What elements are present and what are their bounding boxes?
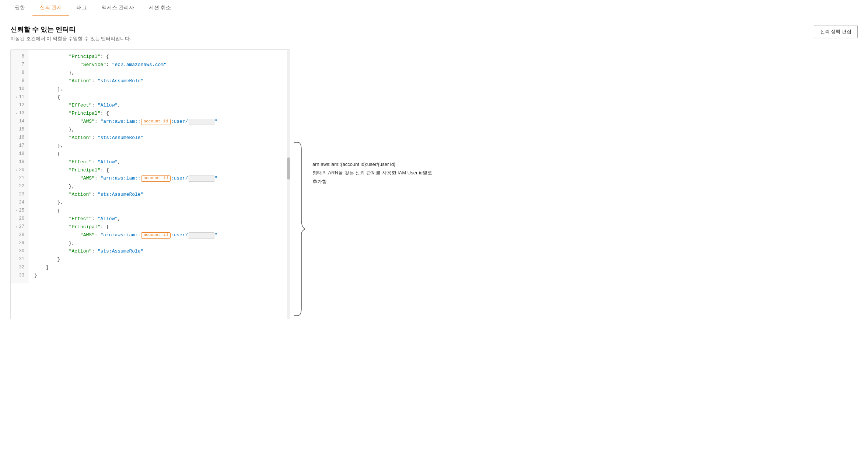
line-num-19: 19 [11, 158, 28, 166]
code-text: { [34, 94, 60, 101]
line-num-26: 26 [11, 215, 28, 223]
tab-access-manager[interactable]: 액세스 관리자 [94, 0, 141, 16]
annotation-line3: 추가함 [312, 177, 432, 186]
code-text [34, 53, 69, 61]
scrollbar-thumb[interactable] [287, 157, 290, 180]
code-text: "Principal" [69, 53, 101, 61]
code-text: "Allow" [98, 159, 118, 166]
section-header-left: 신뢰할 수 있는 엔터티 지정된 조건에서 이 역할을 수임할 수 있는 엔터티… [10, 25, 131, 42]
line-num-13: ▸13 [11, 109, 28, 118]
code-line-8: }, [28, 69, 290, 77]
line-num-8: 8 [11, 69, 28, 77]
tab-trust[interactable]: 신뢰 관계 [32, 0, 69, 16]
code-text [34, 167, 69, 174]
code-text: }, [34, 183, 74, 191]
code-text [34, 134, 69, 142]
annotation-line1: arn:aws:iam::{account id}:user/{user id} [312, 160, 432, 168]
code-text: : { [100, 167, 109, 174]
code-text [34, 223, 69, 231]
code-line-19: "Effect": "Allow", [28, 158, 290, 166]
edit-trust-policy-button[interactable]: 신뢰 정책 편집 [814, 25, 858, 38]
code-line-26: "Effect": "Allow", [28, 215, 290, 223]
code-line-21: "AWS": "arn:aws:iam::account id:user/" [28, 174, 290, 182]
code-text: "Action" [69, 191, 92, 199]
line-num-17: 17 [11, 142, 28, 150]
code-area: 6 7 8 9 10 ▸11 12 ▸13 14 15 16 17 18 19 … [11, 50, 290, 283]
code-text: "arn:aws:iam:: [100, 118, 140, 126]
code-text: "sts:AssumeRole" [98, 77, 144, 85]
code-line-24: }, [28, 199, 290, 207]
code-text: }, [34, 126, 74, 134]
main-content: 신뢰할 수 있는 엔터티 지정된 조건에서 이 역할을 수임할 수 있는 엔터티… [0, 16, 868, 328]
code-text: : { [100, 223, 109, 231]
code-text: : { [100, 53, 109, 61]
code-line-32: ] [28, 264, 290, 272]
code-text: : [92, 102, 98, 109]
line-num-20: ▸20 [11, 166, 28, 174]
code-text: "Allow" [98, 215, 118, 223]
account-id-badge-14: account id [141, 119, 171, 125]
annotation-brace-svg [290, 139, 309, 319]
line-num-11: ▸11 [11, 93, 28, 101]
line-numbers: 6 7 8 9 10 ▸11 12 ▸13 14 15 16 17 18 19 … [11, 50, 28, 283]
code-text: } [34, 272, 37, 280]
user-id-box-28 [189, 232, 214, 239]
line-num-27: ▸27 [11, 223, 28, 231]
tab-permissions[interactable]: 권한 [7, 0, 32, 16]
code-text: "AWS" [80, 232, 95, 239]
annotation-text-block: arn:aws:iam::{account id}:user/{user id}… [309, 49, 432, 186]
code-text: { [34, 207, 60, 215]
scrollbar-track[interactable] [287, 50, 290, 319]
code-text: "Principal" [69, 110, 101, 118]
code-text [34, 215, 69, 223]
tab-session-revoke[interactable]: 세션 취소 [141, 0, 178, 16]
line-num-16: 16 [11, 134, 28, 142]
code-text [34, 191, 69, 199]
user-id-box-14 [189, 119, 214, 125]
code-line-25: { [28, 207, 290, 215]
code-text [34, 110, 69, 118]
code-text: : [92, 215, 98, 223]
annotation-line2: 형태의 ARN을 갖는 신뢰 관계를 사용한 IAM User id별로 [312, 168, 432, 177]
code-line-33: } [28, 272, 290, 280]
code-text: : { [100, 110, 109, 118]
code-text [34, 77, 69, 85]
code-text: "Action" [69, 248, 92, 255]
code-text: "AWS" [80, 118, 95, 126]
annotation-wrapper: arn:aws:iam::{account id}:user/{user id}… [290, 49, 432, 319]
code-text: :user/ [171, 232, 188, 239]
code-line-9: "Action": "sts:AssumeRole" [28, 77, 290, 85]
code-text: ] [34, 264, 49, 272]
code-text: : [95, 232, 101, 239]
code-text: "arn:aws:iam:: [100, 232, 140, 239]
section-header: 신뢰할 수 있는 엔터티 지정된 조건에서 이 역할을 수임할 수 있는 엔터티… [10, 25, 858, 42]
code-text [34, 248, 69, 255]
code-text: }, [34, 199, 63, 207]
code-text: : [106, 61, 112, 69]
code-text [34, 102, 69, 109]
code-text: "sts:AssumeRole" [98, 248, 144, 255]
section-title: 신뢰할 수 있는 엔터티 [10, 25, 131, 34]
code-line-30: "Action": "sts:AssumeRole" [28, 247, 290, 255]
line-num-33: 33 [11, 272, 28, 280]
code-text: "AWS" [80, 175, 95, 182]
tab-tags[interactable]: 태그 [69, 0, 94, 16]
line-num-22: 22 [11, 182, 28, 191]
code-text: "Principal" [69, 223, 101, 231]
code-lines: "Principal": { "Service": "ec2.amazonaws… [28, 50, 290, 283]
code-line-11: { [28, 93, 290, 101]
code-text: }, [34, 142, 63, 150]
code-text: "Principal" [69, 167, 101, 174]
code-text [34, 61, 80, 69]
code-text: :user/ [171, 175, 188, 182]
code-line-12: "Effect": "Allow", [28, 101, 290, 109]
code-text: "sts:AssumeRole" [98, 134, 144, 142]
code-text [34, 232, 80, 239]
tab-bar: 권한 신뢰 관계 태그 액세스 관리자 세션 취소 [0, 0, 868, 16]
code-text: " [215, 232, 218, 239]
code-line-31: } [28, 255, 290, 264]
line-num-32: 32 [11, 264, 28, 272]
code-text: }, [34, 69, 74, 77]
line-num-21: 21 [11, 174, 28, 182]
code-text: " [215, 175, 218, 182]
